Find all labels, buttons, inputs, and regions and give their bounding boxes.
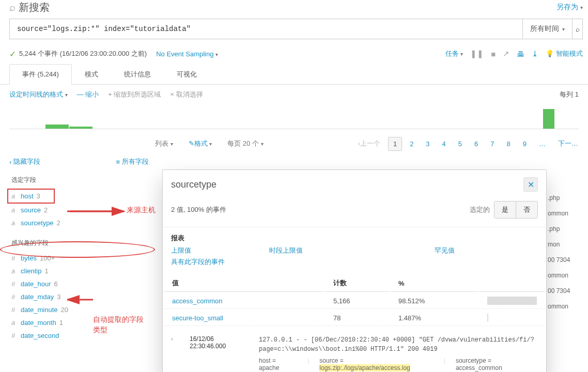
field-host[interactable]: a host 3 <box>7 189 55 204</box>
timeline-shrink[interactable]: — 缩小 <box>77 90 99 99</box>
has-field-link[interactable]: 具有此字段的事件 <box>171 257 538 267</box>
bar-1 <box>487 314 488 322</box>
field-clientip[interactable]: aclientip1 <box>9 265 155 277</box>
page-5[interactable]: 5 <box>454 137 467 150</box>
yes-button[interactable]: 是 <box>494 202 516 218</box>
stop-icon[interactable]: ■ <box>491 50 496 58</box>
bar-0 <box>487 297 537 305</box>
event-timestamp: 16/12/06 22:30:46.000 <box>190 335 250 350</box>
all-fields[interactable]: ≡ 所有字段 <box>116 157 149 166</box>
close-button[interactable]: ✕ <box>523 177 538 192</box>
page-1[interactable]: 1 <box>388 137 402 151</box>
search-icon: ⌕ <box>9 2 16 13</box>
page-7[interactable]: 7 <box>486 137 499 150</box>
popup-summary: 2 值, 100% 的事件 <box>171 205 226 214</box>
page-9[interactable]: 9 <box>518 137 531 150</box>
tab-statistics[interactable]: 统计信息 <box>111 64 164 85</box>
col-percent: % <box>390 275 478 292</box>
save-as-link[interactable]: 另存为 ▾ <box>556 3 583 12</box>
field-popup: sourcetype ✕ 2 值, 100% 的事件 选定的 是 否 报表 上限… <box>162 169 547 372</box>
export-icon[interactable]: ⤓ <box>532 49 538 58</box>
page-4[interactable]: 4 <box>438 137 451 150</box>
page-2[interactable]: 2 <box>405 137 418 150</box>
pause-icon[interactable]: ❚❚ <box>470 49 484 58</box>
selected-fields-title: 选定字段 <box>11 176 155 184</box>
chevron-right-icon[interactable]: › <box>171 335 180 343</box>
search-button[interactable]: ⌕ <box>572 19 583 39</box>
tab-visualization[interactable]: 可视化 <box>164 64 210 85</box>
background-events: .php ommon .php mon 00 7304 ommon 00 730… <box>548 190 588 314</box>
page-6[interactable]: 6 <box>470 137 483 150</box>
value-access-common[interactable]: access_common <box>172 297 223 305</box>
page-3[interactable]: 3 <box>421 137 434 150</box>
timeline-zoom: + 缩放到所选区域 <box>108 90 161 99</box>
top-values-time-link[interactable]: 时段上限值 <box>269 246 435 255</box>
reports-title: 报表 <box>171 234 538 243</box>
annot-auto-fields2: 类型 <box>93 326 107 335</box>
ellipse-sourcetype <box>0 241 155 258</box>
timeline-deselect: × 取消选择 <box>170 90 203 99</box>
check-icon: ✓ <box>9 49 16 59</box>
smart-mode[interactable]: 💡 智能模式 <box>546 49 583 58</box>
page-8[interactable]: 8 <box>502 137 515 150</box>
status-text: 5,244 个事件 (16/12/06 23:00:20.000 之前) <box>19 49 147 58</box>
values-table: 值 计数 % access_common 5,166 98.512% secur… <box>163 274 546 327</box>
arrow-icon <box>67 293 98 306</box>
list-dropdown[interactable]: 列表 ▾ <box>155 139 173 148</box>
timeline-format[interactable]: 设定时间线的格式 ▾ <box>9 90 68 99</box>
rare-values-link[interactable]: 罕见值 <box>435 246 538 255</box>
page-more[interactable]: … <box>534 137 550 150</box>
field-date-second[interactable]: #date_second <box>9 329 155 342</box>
time-picker[interactable]: 所有时间▾ <box>523 19 572 39</box>
no-button[interactable]: 否 <box>516 202 537 218</box>
perpage-dropdown[interactable]: 每页 20 个 ▾ <box>227 139 263 148</box>
next-page[interactable]: 下一… <box>553 136 583 151</box>
print-icon[interactable]: 🖶 <box>517 50 524 58</box>
magnifier-icon: ⌕ <box>576 25 580 33</box>
popup-title: sourcetype <box>171 179 216 190</box>
col-count: 计数 <box>325 275 389 292</box>
close-icon: ✕ <box>528 180 534 190</box>
selected-label: 选定的 <box>470 205 490 214</box>
search-input[interactable] <box>10 20 522 38</box>
sampling-dropdown[interactable]: No Event Sampling ▾ <box>156 50 218 58</box>
tab-events[interactable]: 事件 (5,244) <box>9 64 72 85</box>
tab-patterns[interactable]: 模式 <box>72 64 111 85</box>
col-value: 值 <box>164 275 324 292</box>
format-dropdown[interactable]: ✎格式 ▾ <box>189 139 212 148</box>
event-raw: 127.0.0.1 - - [06/Dec/2010:22:30:40 +000… <box>259 335 538 354</box>
hide-fields[interactable]: ‹ 隐藏字段 <box>9 157 40 166</box>
value-secure-too-small[interactable]: secure-too_small <box>172 314 223 322</box>
page-title: 新搜索 <box>19 1 50 14</box>
timeline-chart[interactable] <box>9 104 579 129</box>
task-dropdown[interactable]: 任务 ▾ <box>445 49 463 58</box>
field-date-hour[interactable]: #date_hour6 <box>9 277 155 290</box>
field-sourcetype[interactable]: a sourcetype 2 <box>9 216 155 229</box>
top-values-link[interactable]: 上限值 <box>171 246 269 255</box>
search-input-wrap <box>9 19 523 39</box>
arrow-icon <box>67 205 129 218</box>
annot-source-host: 来源主机 <box>127 206 156 215</box>
share-icon[interactable]: ↗ <box>503 49 509 58</box>
per-column: 每列 1 <box>560 90 579 99</box>
prev-page[interactable]: ‹上一个 <box>353 136 385 151</box>
annot-auto-fields1: 自动提取的字段 <box>93 315 144 324</box>
